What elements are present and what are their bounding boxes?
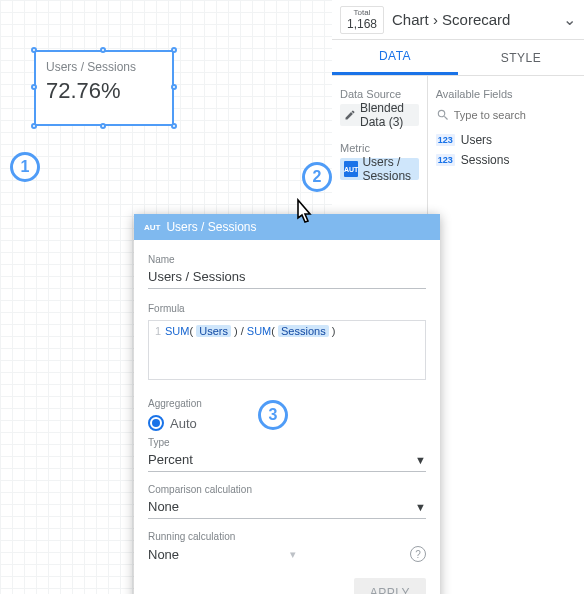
panel-tabs: DATA STYLE	[332, 40, 584, 76]
aggregation-label: Aggregation	[148, 398, 426, 409]
resize-handle[interactable]	[100, 123, 106, 129]
metric-name: Users / Sessions	[362, 155, 414, 183]
total-box: Total 1,168	[340, 6, 384, 34]
chevron-down-icon[interactable]: ⌄	[563, 10, 576, 29]
dropdown-icon: ▾	[290, 548, 296, 561]
apply-button[interactable]: APPLY	[354, 578, 426, 594]
scorecard-value: 72.76%	[46, 78, 162, 104]
tab-data[interactable]: DATA	[332, 40, 458, 75]
app-root: Users / Sessions 72.76% 1 Total 1,168 Ch…	[0, 0, 584, 594]
resize-handle[interactable]	[171, 84, 177, 90]
editor-header: AUT Users / Sessions	[134, 214, 440, 240]
metric-label: Metric	[340, 142, 419, 154]
callout-2: 2	[302, 162, 332, 192]
type-label: Type	[148, 437, 426, 448]
editor-body: Name Formula 1 SUM( Users ) / SUM( Sessi…	[134, 240, 440, 594]
calculated-field-editor: AUT Users / Sessions Name Formula 1 SUM(…	[134, 214, 440, 594]
resize-handle[interactable]	[171, 123, 177, 129]
comparison-select[interactable]: None▼	[148, 495, 426, 519]
formula-input[interactable]: 1 SUM( Users ) / SUM( Sessions )	[148, 320, 426, 380]
search-icon	[436, 108, 450, 122]
data-source-name: Blended Data (3)	[360, 101, 415, 129]
available-fields-column: Available Fields 123Users 123Sessions	[428, 76, 584, 594]
line-gutter: 1	[153, 325, 165, 375]
radio-icon	[148, 415, 164, 431]
formula-code: SUM( Users ) / SUM( Sessions )	[165, 325, 335, 375]
field-search-input[interactable]	[454, 109, 584, 121]
dropdown-icon: ▼	[415, 454, 426, 466]
field-item-users[interactable]: 123Users	[436, 130, 584, 150]
resize-handle[interactable]	[171, 47, 177, 53]
running-select[interactable]: None▾?	[148, 542, 426, 566]
total-value: 1,168	[347, 17, 377, 31]
resize-handle[interactable]	[31, 123, 37, 129]
editor-header-title: Users / Sessions	[166, 220, 256, 234]
scorecard-title: Users / Sessions	[46, 60, 162, 74]
tab-style[interactable]: STYLE	[458, 40, 584, 75]
data-source-chip[interactable]: Blended Data (3)	[340, 104, 419, 126]
comparison-label: Comparison calculation	[148, 484, 426, 495]
metric-chip[interactable]: AUT Users / Sessions	[340, 158, 419, 180]
data-source-label: Data Source	[340, 88, 419, 100]
total-label: Total	[347, 9, 377, 17]
breadcrumb[interactable]: Chart › Scorecard	[392, 11, 563, 28]
callout-1: 1	[10, 152, 40, 182]
formula-label: Formula	[148, 303, 426, 314]
field-item-sessions[interactable]: 123Sessions	[436, 150, 584, 170]
resize-handle[interactable]	[31, 84, 37, 90]
panel-header: Total 1,168 Chart › Scorecard ⌄	[332, 0, 584, 40]
scorecard-chart[interactable]: Users / Sessions 72.76%	[34, 50, 174, 126]
name-label: Name	[148, 254, 426, 265]
resize-handle[interactable]	[100, 47, 106, 53]
metric-type-badge: AUT	[344, 161, 358, 177]
field-search[interactable]	[436, 104, 584, 126]
available-fields-label: Available Fields	[436, 88, 584, 100]
editor-type-badge: AUT	[144, 223, 160, 232]
running-label: Running calculation	[148, 531, 426, 542]
name-input[interactable]	[148, 265, 426, 289]
resize-handle[interactable]	[31, 47, 37, 53]
callout-3: 3	[258, 400, 288, 430]
type-select[interactable]: Percent▼	[148, 448, 426, 472]
numeric-icon: 123	[436, 154, 455, 166]
dropdown-icon: ▼	[415, 501, 426, 513]
help-icon[interactable]: ?	[410, 546, 426, 562]
pencil-icon	[344, 107, 356, 123]
numeric-icon: 123	[436, 134, 455, 146]
pointer-cursor-icon	[289, 198, 319, 235]
